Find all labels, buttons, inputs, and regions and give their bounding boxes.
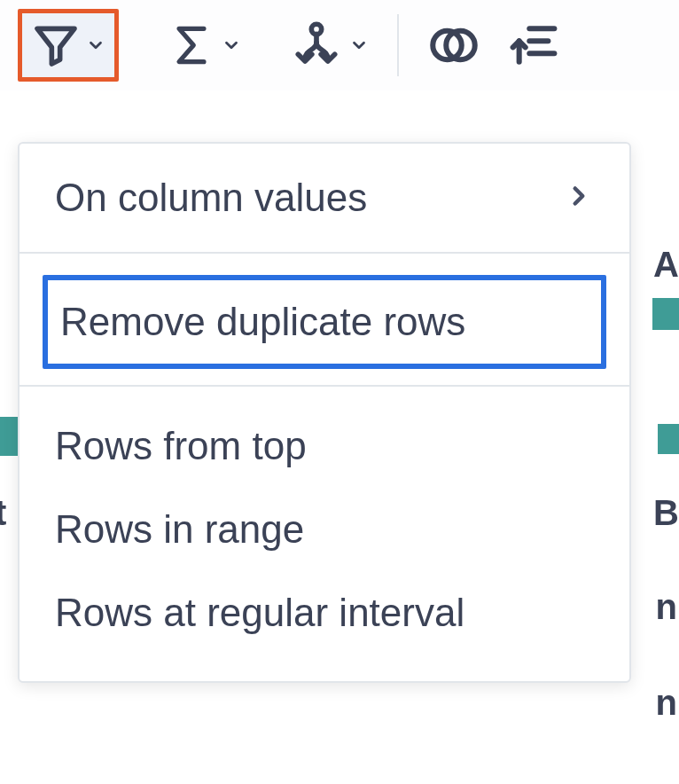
filter-dropdown: On column values Remove duplicate rows R… xyxy=(18,142,631,683)
bg-char-t: t xyxy=(0,493,6,533)
sigma-button[interactable] xyxy=(156,12,252,79)
menu-item-rows-at-regular-interval[interactable]: Rows at regular interval xyxy=(20,571,629,655)
bg-char-n1: n xyxy=(656,587,677,627)
chevron-down-icon xyxy=(86,35,105,55)
bg-char-n2: n xyxy=(656,683,677,723)
menu-item-rows-from-top[interactable]: Rows from top xyxy=(20,387,629,488)
menu-item-rows-in-range[interactable]: Rows in range xyxy=(20,488,629,571)
toolbar-divider xyxy=(397,14,399,76)
toolbar xyxy=(0,0,679,90)
bg-char-b: B xyxy=(653,493,679,533)
menu-item-label: Rows in range xyxy=(55,507,304,552)
chevron-right-icon xyxy=(564,176,594,220)
sort-icon xyxy=(509,20,558,70)
overlap-button[interactable] xyxy=(417,10,491,81)
menu-item-label: On column values xyxy=(55,176,367,220)
menu-item-on-column-values[interactable]: On column values xyxy=(20,144,629,254)
bg-char-a: A xyxy=(653,245,679,285)
filter-button[interactable] xyxy=(18,9,119,82)
split-button[interactable] xyxy=(278,9,379,82)
sort-button[interactable] xyxy=(498,12,569,79)
bg-bar-right xyxy=(652,298,679,330)
menu-item-label: Rows from top xyxy=(55,424,307,468)
menu-item-label: Remove duplicate rows xyxy=(60,300,465,344)
overlap-icon xyxy=(427,19,480,72)
chevron-down-icon xyxy=(349,35,369,55)
chevron-down-icon xyxy=(222,35,241,55)
funnel-icon xyxy=(31,20,81,70)
split-icon xyxy=(289,18,344,73)
bg-bar-right2 xyxy=(658,424,679,454)
sigma-icon xyxy=(167,20,216,70)
menu-group-keep: Rows from top Rows in range Rows at regu… xyxy=(20,385,629,655)
menu-item-label: Rows at regular interval xyxy=(55,591,464,635)
menu-item-remove-duplicate-rows[interactable]: Remove duplicate rows xyxy=(43,275,606,369)
